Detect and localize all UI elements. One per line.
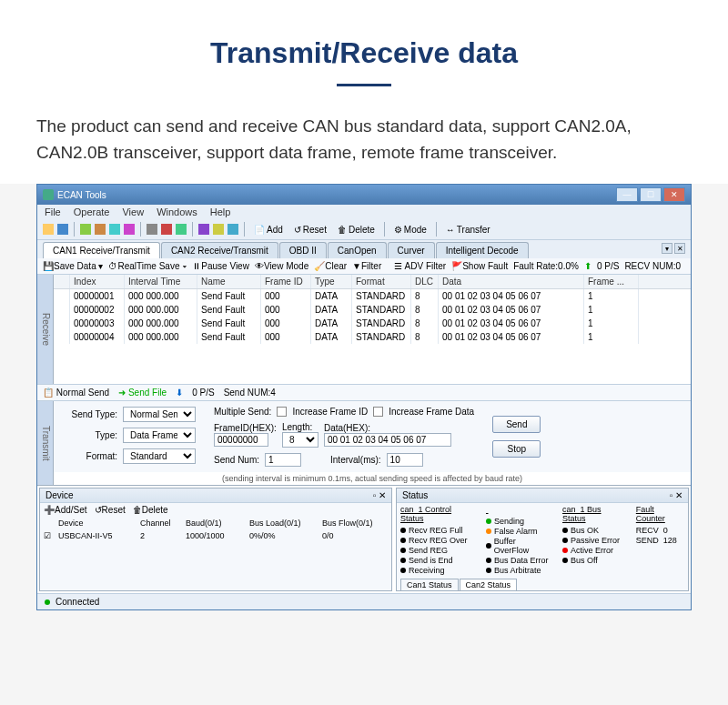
col-frameid[interactable]: Frame ID (261, 275, 311, 288)
device-panel-collapse-icon[interactable]: ▫ ✕ (373, 490, 386, 500)
channel-tabs: CAN1 Receive/Transmit CAN2 Receive/Trans… (37, 240, 691, 258)
save-icon[interactable] (57, 224, 68, 235)
tab-dropdown-icon[interactable]: ▾ (662, 243, 672, 254)
menu-file[interactable]: File (45, 206, 61, 217)
realtime-save-button[interactable]: ⏱RealTime Save ▾ (108, 261, 187, 271)
tool-icon-5[interactable] (176, 224, 187, 235)
connection-status-label: Connected (56, 597, 99, 607)
close-button[interactable]: ✕ (663, 187, 685, 202)
tool-icon-1[interactable] (80, 224, 91, 235)
col-data[interactable]: Data (439, 275, 584, 288)
add-button[interactable]: 📄 Add (250, 223, 287, 237)
col-format[interactable]: Format (352, 275, 411, 288)
format-select[interactable]: Standard (123, 448, 196, 464)
status-panel: Status▫ ✕ can_1 Control Status Recv REG … (396, 488, 689, 591)
length-label: Length: (282, 422, 312, 432)
tab-decode[interactable]: Intelligent Decode (436, 242, 529, 258)
sendtype-label: Send Type: (63, 409, 117, 419)
tool-icon-6[interactable] (198, 224, 209, 235)
send-num-label: Send NUM:4 (224, 388, 276, 398)
col-dlc[interactable]: DLC (411, 275, 439, 288)
reset-button[interactable]: ↺Reset (290, 223, 330, 237)
transmit-side-tab[interactable]: Transmit (37, 401, 54, 485)
inc-frameid-checkbox[interactable] (277, 407, 287, 417)
col-interval[interactable]: Interval Time (125, 275, 197, 288)
table-row[interactable]: 00000002000 000.000Send Fault000DATASTAN… (54, 303, 691, 317)
tab-obd2[interactable]: OBD II (279, 242, 327, 258)
table-row[interactable]: 00000003000 000.000Send Fault000DATASTAN… (54, 317, 691, 330)
menu-help[interactable]: Help (210, 206, 231, 217)
menu-operate[interactable]: Operate (74, 206, 110, 217)
device-add-button[interactable]: ➕Add/Set (44, 505, 87, 515)
tab-curver[interactable]: Curver (388, 242, 435, 258)
inc-frameid-label: Increase Frame ID (292, 407, 368, 417)
show-fault-button[interactable]: 🚩Show Fault (451, 261, 508, 271)
minimize-button[interactable]: — (616, 187, 638, 202)
device-row[interactable]: ☑ USBCAN-II-V5 2 1000/1000 0%/0% 0/0 (40, 529, 391, 542)
tab-canopen[interactable]: CanOpen (328, 242, 387, 258)
cut-icon[interactable] (161, 224, 172, 235)
device-delete-button[interactable]: 🗑Delete (133, 505, 168, 515)
page-description: The product can send and receive CAN bus… (36, 114, 692, 166)
device-reset-button[interactable]: ↺Reset (95, 505, 126, 515)
transfer-button[interactable]: ↔Transfer (442, 223, 494, 237)
inc-framedata-label: Increase Frame Data (389, 407, 474, 417)
ps-label: 0 P/S (597, 261, 619, 271)
filter-button[interactable]: ▼Filter (352, 261, 381, 271)
clear-button[interactable]: 🧹Clear (314, 261, 347, 271)
col-type[interactable]: Type (311, 275, 352, 288)
can2-status-tab[interactable]: Can2 Status (460, 579, 518, 590)
mode-button[interactable]: ⚙Mode (390, 223, 430, 237)
length-select[interactable]: 8 (282, 432, 318, 448)
col-name[interactable]: Name (197, 275, 261, 288)
tab-close-icon[interactable]: ✕ (674, 243, 685, 254)
col-frame[interactable]: Frame ... (584, 275, 639, 288)
normal-send-button[interactable]: 📋 Normal Send (43, 388, 109, 398)
interval-input[interactable] (387, 453, 423, 467)
table-row[interactable]: 00000001000 000.000Send Fault000DATASTAN… (54, 289, 691, 303)
device-panel-title: Device (46, 490, 74, 500)
stop-button[interactable]: Stop (492, 440, 541, 458)
tool-icon-3[interactable] (124, 224, 135, 235)
adv-filter-button[interactable]: ☰ ADV Filter (394, 261, 446, 271)
status-panel-collapse-icon[interactable]: ▫ ✕ (670, 490, 682, 500)
down-arrow-icon: ⬇ (176, 388, 183, 398)
view-mode-button[interactable]: 👁View Mode (255, 261, 308, 271)
save-data-button[interactable]: 💾Save Data ▾ (43, 261, 103, 271)
receive-side-tab[interactable]: Receive (37, 275, 54, 384)
tool-icon-8[interactable] (228, 224, 238, 235)
pause-view-button[interactable]: ⏸Pause View (192, 261, 249, 271)
refresh-icon[interactable] (109, 224, 120, 235)
sendtype-select[interactable]: Normal Send (123, 407, 196, 422)
send-file-button[interactable]: ➜ Send File (118, 388, 167, 398)
inc-framedata-checkbox[interactable] (373, 407, 383, 417)
menu-windows[interactable]: Windows (157, 206, 197, 217)
tab-can2[interactable]: CAN2 Receive/Transmit (161, 242, 278, 258)
can1-status-tab[interactable]: Can1 Status (400, 579, 459, 590)
up-arrow-icon: ⬆ (584, 261, 592, 271)
menu-view[interactable]: View (122, 206, 144, 217)
tab-can1[interactable]: CAN1 Receive/Transmit (43, 242, 160, 258)
delete-button[interactable]: 🗑Delete (334, 223, 379, 237)
multi-send-label: Multiple Send: (214, 407, 271, 417)
type-select[interactable]: Data Frame (123, 428, 196, 443)
tool-icon-2[interactable] (95, 224, 106, 235)
sendnum-input[interactable] (265, 453, 301, 467)
format-label: Format: (63, 451, 117, 461)
frameid-label: FrameID(HEX): (214, 423, 277, 433)
send-button[interactable]: Send (492, 416, 541, 433)
frameid-input[interactable] (214, 433, 268, 447)
fault-counter-header: Fault Counter (636, 505, 684, 523)
tool-icon-4[interactable] (147, 224, 157, 235)
col-index[interactable]: Index (70, 275, 125, 288)
ctrl-status-header: can_1 Control Status (400, 505, 475, 523)
datahex-input[interactable] (324, 433, 451, 447)
status-panel-title: Status (402, 490, 428, 500)
table-row[interactable]: 00000004000 000.000Send Fault000DATASTAN… (54, 330, 691, 344)
recv-num-label: RECV NUM:0 (624, 261, 681, 271)
titlebar: ECAN Tools — ☐ ✕ (37, 185, 691, 205)
tool-icon-7[interactable] (213, 224, 224, 235)
maximize-button[interactable]: ☐ (640, 187, 662, 202)
send-ps-label: 0 P/S (192, 388, 214, 398)
open-icon[interactable] (43, 224, 54, 235)
